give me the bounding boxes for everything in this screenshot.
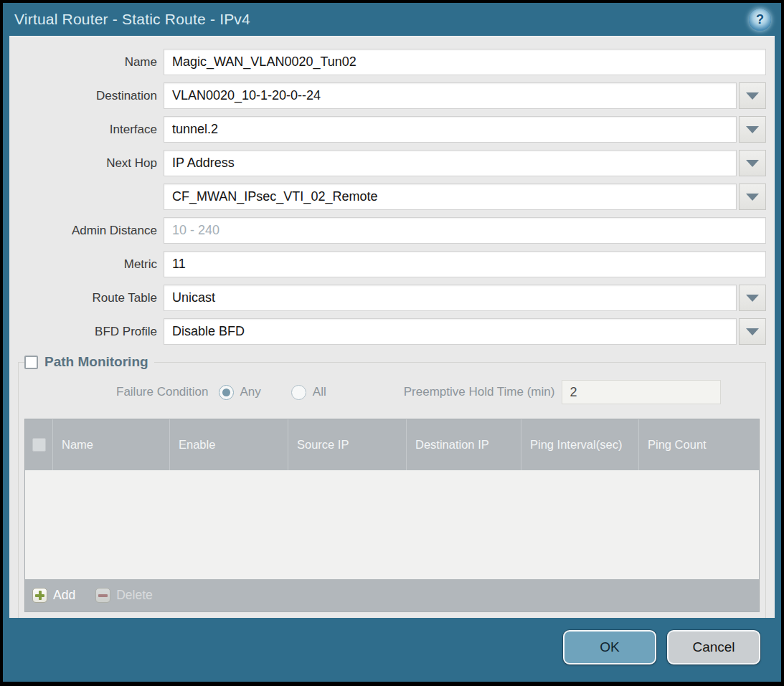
failure-condition-all-label: All <box>313 385 326 399</box>
next-hop-type-dropdown-button[interactable] <box>739 150 766 176</box>
path-monitoring-legend: Path Monitoring <box>24 354 154 370</box>
add-button-label: Add <box>53 588 75 603</box>
table-header-checkbox-cell <box>25 419 52 470</box>
form-row-destination: Destination <box>9 79 775 113</box>
ok-button[interactable]: OK <box>563 630 656 664</box>
destination-dropdown-button[interactable] <box>739 82 766 109</box>
metric-label: Metric <box>19 257 164 272</box>
next-hop-address-input[interactable] <box>164 184 737 210</box>
delete-button[interactable]: Delete <box>95 588 153 603</box>
table-header: Name Enable Source IP Destination IP Pin… <box>25 419 759 470</box>
chevron-down-icon <box>746 126 759 133</box>
interface-label: Interface <box>19 123 164 137</box>
failure-condition-label: Failure Condition <box>116 385 209 399</box>
destination-input[interactable] <box>164 82 737 109</box>
path-monitoring-options-row: Failure Condition Any All Preemptive Hol… <box>24 370 760 413</box>
route-table-dropdown-button[interactable] <box>739 285 766 311</box>
path-monitoring-table: Name Enable Source IP Destination IP Pin… <box>24 419 760 612</box>
next-hop-type-input[interactable] <box>164 150 737 176</box>
column-header-ping-count: Ping Count <box>638 419 759 470</box>
interface-dropdown-button[interactable] <box>739 116 766 143</box>
admin-distance-label: Admin Distance <box>19 224 164 238</box>
dialog-content: Name Destination Interface <box>9 36 775 618</box>
path-monitoring-section: Path Monitoring Failure Condition Any Al… <box>18 354 766 618</box>
form-row-interface: Interface <box>9 113 775 146</box>
column-header-source-ip: Source IP <box>288 419 406 470</box>
column-header-enable: Enable <box>169 419 288 470</box>
form-row-name: Name <box>9 45 775 79</box>
failure-condition-all-radio[interactable] <box>291 385 306 400</box>
form-row-next-hop: Next Hop <box>9 146 775 180</box>
chevron-down-icon <box>746 328 759 335</box>
plus-icon <box>32 588 47 603</box>
form-row-admin-distance: Admin Distance <box>9 214 775 247</box>
metric-input[interactable] <box>164 251 766 277</box>
chevron-down-icon <box>746 295 759 302</box>
column-header-destination-ip: Destination IP <box>406 419 521 470</box>
interface-input[interactable] <box>164 116 737 143</box>
column-header-ping-interval: Ping Interval(sec) <box>521 419 638 470</box>
minus-icon <box>95 588 110 603</box>
table-toolbar: Add Delete <box>25 579 759 611</box>
chevron-down-icon <box>746 160 759 167</box>
route-table-input[interactable] <box>164 285 737 311</box>
dialog-footer: OK Cancel <box>3 618 781 682</box>
name-input[interactable] <box>164 49 766 75</box>
path-monitoring-title: Path Monitoring <box>44 354 148 370</box>
form-row-next-hop-address <box>9 180 775 214</box>
preemptive-hold-time-input[interactable] <box>562 380 721 404</box>
radio-dot-icon <box>222 389 230 396</box>
cancel-button[interactable]: Cancel <box>667 630 760 664</box>
help-icon[interactable]: ? <box>749 9 771 31</box>
chevron-down-icon <box>746 92 759 100</box>
table-body-empty <box>25 470 759 579</box>
failure-condition-any-label: Any <box>240 385 261 399</box>
admin-distance-input[interactable] <box>164 217 766 244</box>
form-row-bfd-profile: BFD Profile <box>9 315 775 348</box>
preemptive-hold-time-label: Preemptive Hold Time (min) <box>404 385 555 399</box>
dialog-title: Virtual Router - Static Route - IPv4 <box>14 11 250 28</box>
dialog-titlebar: Virtual Router - Static Route - IPv4 ? <box>3 3 781 36</box>
column-header-name: Name <box>52 419 169 470</box>
bfd-profile-input[interactable] <box>164 318 737 345</box>
route-table-label: Route Table <box>19 291 164 305</box>
add-button[interactable]: Add <box>32 588 75 603</box>
path-monitoring-checkbox[interactable] <box>24 356 38 369</box>
delete-button-label: Delete <box>116 588 153 603</box>
destination-label: Destination <box>19 89 164 103</box>
bfd-profile-label: BFD Profile <box>19 325 164 339</box>
next-hop-label: Next Hop <box>19 156 164 171</box>
chevron-down-icon <box>746 194 759 201</box>
bfd-profile-dropdown-button[interactable] <box>739 318 766 345</box>
static-route-dialog: Virtual Router - Static Route - IPv4 ? N… <box>3 3 781 682</box>
name-label: Name <box>19 55 164 70</box>
form-row-metric: Metric <box>9 247 775 281</box>
select-all-checkbox[interactable] <box>32 438 46 452</box>
next-hop-address-dropdown-button[interactable] <box>739 184 766 210</box>
failure-condition-any-radio[interactable] <box>219 385 234 400</box>
form-row-route-table: Route Table <box>9 281 775 315</box>
